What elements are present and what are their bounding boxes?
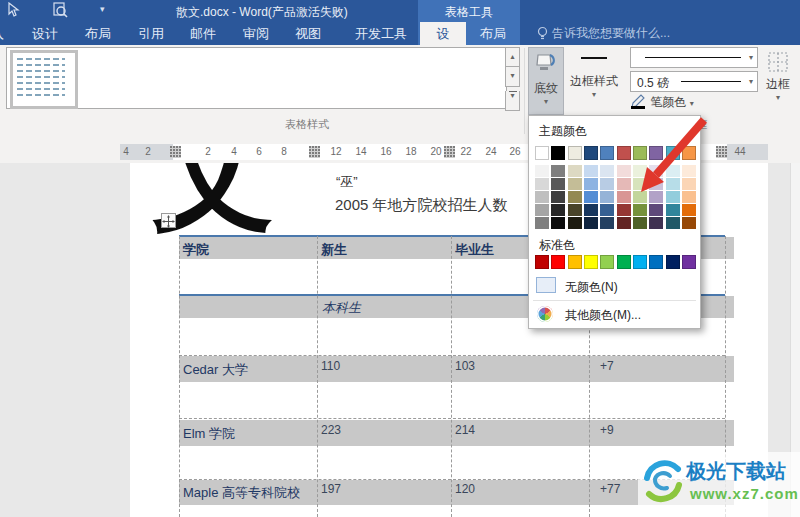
tab-review[interactable]: 审阅	[231, 22, 281, 45]
gallery-scroll-down-icon[interactable]: ▾	[505, 67, 520, 87]
line-style-combo[interactable]: ▾	[630, 47, 758, 68]
theme-tint-swatch[interactable]	[568, 191, 582, 203]
theme-tint-swatch[interactable]	[682, 204, 696, 216]
table-header-cell[interactable]: 毕业生	[455, 241, 494, 259]
print-preview-icon[interactable]	[52, 2, 68, 22]
theme-tint-swatch[interactable]	[617, 204, 631, 216]
table-cell[interactable]: +7	[600, 359, 614, 373]
table-header-cell[interactable]: 新生	[321, 241, 347, 259]
table-cell[interactable]: 197	[321, 482, 341, 496]
pen-color-button[interactable]: 笔颜色 ▾	[630, 94, 704, 114]
standard-color-swatch[interactable]	[535, 255, 549, 269]
theme-tint-swatch[interactable]	[600, 191, 614, 203]
theme-color-swatch[interactable]	[649, 146, 663, 160]
ruler-column-marker[interactable]	[716, 146, 727, 158]
standard-color-swatch[interactable]	[600, 255, 614, 269]
tab-cropped[interactable]: 插入	[0, 22, 16, 45]
theme-tint-swatch[interactable]	[551, 204, 565, 216]
theme-tint-swatch[interactable]	[535, 204, 549, 216]
theme-tint-swatch[interactable]	[666, 217, 680, 229]
theme-tint-swatch[interactable]	[535, 178, 549, 190]
theme-tint-swatch[interactable]	[666, 204, 680, 216]
table-cell[interactable]: 103	[455, 359, 475, 373]
theme-tint-swatch[interactable]	[682, 217, 696, 229]
theme-tint-swatch[interactable]	[584, 165, 598, 177]
theme-tint-swatch[interactable]	[551, 191, 565, 203]
table-style-thumbnail[interactable]	[10, 50, 78, 109]
tab-mailings[interactable]: 邮件	[178, 22, 228, 45]
ruler-column-marker[interactable]	[170, 146, 181, 158]
theme-tint-swatch[interactable]	[568, 217, 582, 229]
theme-tint-swatch[interactable]	[600, 204, 614, 216]
theme-tint-swatch[interactable]	[617, 178, 631, 190]
tab-layout[interactable]: 布局	[73, 22, 123, 45]
standard-color-swatch[interactable]	[568, 255, 582, 269]
table-cell[interactable]: Elm 学院	[183, 425, 235, 443]
theme-tint-swatch[interactable]	[682, 178, 696, 190]
theme-color-swatch[interactable]	[535, 146, 549, 160]
theme-color-swatch[interactable]	[584, 146, 598, 160]
theme-tint-swatch[interactable]	[633, 217, 647, 229]
theme-tint-swatch[interactable]	[649, 191, 663, 203]
tab-table-layout[interactable]: 布局	[468, 22, 518, 45]
table-cell[interactable]: 110	[321, 359, 340, 373]
theme-tint-swatch[interactable]	[617, 217, 631, 229]
theme-tint-swatch[interactable]	[551, 165, 565, 177]
table-cell[interactable]: Cedar 大学	[183, 361, 248, 379]
table-cell[interactable]: 214	[455, 423, 475, 437]
standard-color-swatch[interactable]	[633, 255, 647, 269]
tab-design[interactable]: 设计	[20, 22, 70, 45]
theme-tint-swatch[interactable]	[551, 178, 565, 190]
theme-tint-swatch[interactable]	[649, 165, 663, 177]
line-weight-combo[interactable]: 0.5 磅 ▾	[630, 71, 758, 92]
theme-tint-swatch[interactable]	[584, 178, 598, 190]
theme-tint-swatch[interactable]	[633, 191, 647, 203]
theme-tint-swatch[interactable]	[633, 204, 647, 216]
cursor-tool-icon[interactable]	[6, 2, 20, 22]
standard-color-swatch[interactable]	[682, 255, 696, 269]
theme-color-swatch[interactable]	[617, 146, 631, 160]
theme-color-swatch[interactable]	[666, 146, 680, 160]
border-styles-button[interactable]: 边框样式 ▾	[570, 47, 618, 115]
theme-tint-swatch[interactable]	[682, 165, 696, 177]
theme-tint-swatch[interactable]	[617, 191, 631, 203]
theme-tint-swatch[interactable]	[584, 191, 598, 203]
tab-references[interactable]: 引用	[126, 22, 176, 45]
standard-color-swatch[interactable]	[666, 255, 680, 269]
table-cell[interactable]: Maple 高等专科院校	[183, 484, 300, 502]
ruler-column-marker[interactable]	[444, 146, 455, 158]
table-cell[interactable]: 223	[321, 423, 341, 437]
more-colors-item[interactable]: 其他颜色(M)...	[529, 302, 700, 327]
theme-tint-swatch[interactable]	[666, 165, 680, 177]
theme-color-swatch[interactable]	[633, 146, 647, 160]
table-cell[interactable]: +9	[600, 423, 614, 437]
theme-tint-swatch[interactable]	[666, 178, 680, 190]
table-section-label[interactable]: 本科生	[322, 299, 361, 317]
no-color-item[interactable]: 无颜色(N)	[529, 274, 700, 299]
theme-tint-swatch[interactable]	[649, 178, 663, 190]
theme-tint-swatch[interactable]	[551, 217, 565, 229]
tell-me-box[interactable]: 告诉我您想要做什么...	[552, 22, 670, 45]
gallery-scroll-up-icon[interactable]: ▴	[505, 47, 520, 67]
theme-tint-swatch[interactable]	[535, 191, 549, 203]
theme-tint-swatch[interactable]	[600, 217, 614, 229]
theme-tint-swatch[interactable]	[600, 178, 614, 190]
qat-dropdown-icon[interactable]: ▾	[100, 4, 105, 14]
theme-tint-swatch[interactable]	[617, 165, 631, 177]
theme-tint-swatch[interactable]	[568, 204, 582, 216]
theme-tint-swatch[interactable]	[600, 165, 614, 177]
theme-tint-swatch[interactable]	[649, 204, 663, 216]
theme-color-swatch[interactable]	[682, 146, 696, 160]
table-header-cell[interactable]: 学院	[183, 241, 209, 259]
theme-tint-swatch[interactable]	[584, 217, 598, 229]
standard-color-swatch[interactable]	[649, 255, 663, 269]
standard-color-swatch[interactable]	[617, 255, 631, 269]
theme-tint-swatch[interactable]	[568, 178, 582, 190]
theme-color-swatch[interactable]	[568, 146, 582, 160]
tab-view[interactable]: 视图	[283, 22, 333, 45]
table-cell[interactable]: 120	[455, 482, 475, 496]
theme-tint-swatch[interactable]	[666, 191, 680, 203]
ruler-column-marker[interactable]	[309, 146, 320, 158]
theme-tint-swatch[interactable]	[682, 191, 696, 203]
theme-tint-swatch[interactable]	[633, 178, 647, 190]
